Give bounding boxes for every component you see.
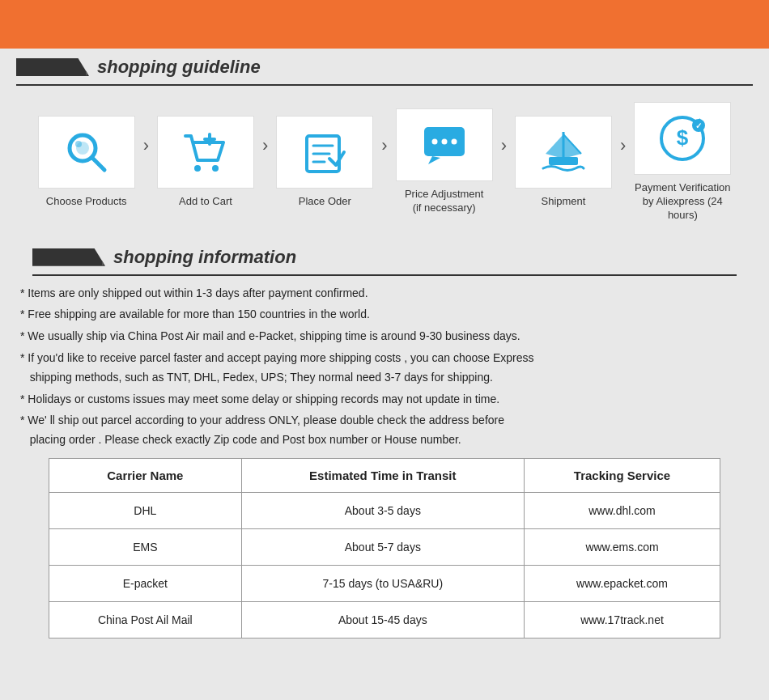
guideline-divider [16, 84, 753, 86]
carrier-epacket: E-packet [49, 566, 242, 602]
carrier-ems: EMS [49, 529, 242, 566]
time-epacket: 7-15 days (to USA&RU) [241, 566, 524, 602]
svg-text:✓: ✓ [695, 121, 702, 130]
info-line-6: * We' ll ship out parcel according to yo… [20, 411, 753, 450]
arrow-2: › [262, 135, 268, 156]
table-header-row: Carrier Name Estimated Time in Transit T… [49, 459, 720, 493]
tracking-ems: www.ems.com [524, 529, 720, 566]
step-icon-box-place-order [276, 116, 373, 189]
guideline-title: shopping guideline [97, 57, 261, 78]
step-add-to-cart: Add to Cart [153, 116, 258, 209]
step-icon-box-add-to-cart [157, 116, 254, 189]
information-section: shopping information * Items are only sh… [0, 239, 769, 667]
table-row: E-packet 7-15 days (to USA&RU) www.epack… [49, 566, 720, 602]
tracking-dhl: www.dhl.com [524, 493, 720, 529]
step-payment-verification: $ ✓ Payment Verificationby Aliexpress (2… [630, 102, 735, 223]
svg-text:$: $ [677, 125, 689, 150]
col-estimated-time: Estimated Time in Transit [241, 459, 524, 493]
step-choose-products: Choose Products [34, 116, 139, 209]
step-label-payment-verification: Payment Verificationby Aliexpress (24 ho… [630, 181, 735, 223]
information-title-bar: shopping information [32, 239, 737, 274]
step-label-place-order: Place Oder [299, 195, 351, 209]
info-line-4: * If you'd like to receive parcel faster… [20, 349, 753, 388]
table-row: DHL About 3-5 days www.dhl.com [49, 493, 720, 529]
svg-point-14 [441, 139, 447, 145]
svg-line-1 [92, 158, 104, 170]
title-decoration [16, 58, 89, 76]
tracking-chinapost: www.17track.net [524, 602, 720, 638]
arrow-1: › [143, 135, 149, 156]
col-carrier-name: Carrier Name [49, 459, 242, 493]
arrow-3: › [381, 135, 387, 156]
col-tracking-service: Tracking Service [524, 459, 720, 493]
steps-row: Choose Products › Add to Cart › [0, 94, 769, 239]
time-chinapost: About 15-45 days [241, 602, 524, 638]
step-icon-box-price-adjustment [396, 108, 493, 181]
carrier-chinapost: China Post Ail Mail [49, 602, 242, 638]
cart-icon [181, 128, 230, 176]
information-divider [32, 274, 737, 276]
step-shipment: Shipment [511, 116, 616, 209]
carrier-dhl: DHL [49, 493, 242, 529]
search-icon [62, 128, 111, 176]
step-label-choose-products: Choose Products [46, 195, 127, 209]
step-icon-box-payment-verification: $ ✓ [634, 102, 731, 175]
step-icon-box-choose-products [38, 116, 135, 189]
svg-point-15 [451, 139, 457, 145]
info-title-decoration [32, 248, 105, 266]
svg-point-5 [212, 165, 219, 172]
svg-point-3 [75, 141, 82, 147]
tracking-epacket: www.epacket.com [524, 566, 720, 602]
time-ems: About 5-7 days [241, 529, 524, 566]
table-row: China Post Ail Mail About 15-45 days www… [49, 602, 720, 638]
time-dhl: About 3-5 days [241, 493, 524, 529]
payment-icon: $ ✓ [658, 114, 707, 163]
step-label-shipment: Shipment [542, 195, 586, 209]
info-line-5: * Holidays or customs issues may meet so… [20, 390, 753, 409]
arrow-4: › [501, 135, 507, 156]
info-text-block: * Items are only shipped out within 1-3 … [20, 284, 753, 450]
arrow-5: › [620, 135, 626, 156]
guideline-title-bar: shopping guideline [16, 49, 753, 84]
order-icon [300, 128, 349, 176]
svg-rect-16 [549, 157, 578, 165]
information-title: shopping information [113, 247, 296, 268]
info-line-1: * Items are only shipped out within 1-3 … [20, 284, 753, 303]
shipping-table-container: Carrier Name Estimated Time in Transit T… [49, 458, 720, 638]
ship-icon [539, 128, 588, 176]
svg-point-4 [194, 165, 201, 172]
shipping-table: Carrier Name Estimated Time in Transit T… [49, 458, 720, 638]
step-label-add-to-cart: Add to Cart [179, 195, 232, 209]
svg-point-13 [431, 139, 437, 145]
orange-header [0, 0, 769, 49]
table-row: EMS About 5-7 days www.ems.com [49, 529, 720, 566]
step-price-adjustment: Price Adjustment(if necessary) [392, 108, 497, 215]
guideline-section: shopping guideline Choose Products › [0, 49, 769, 239]
step-label-price-adjustment: Price Adjustment(if necessary) [405, 188, 484, 215]
step-place-order: Place Oder [272, 116, 377, 209]
info-line-2: * Free shipping are available for more t… [20, 305, 753, 325]
info-line-3: * We usually ship via China Post Air mai… [20, 327, 753, 346]
chat-icon [420, 121, 469, 169]
step-icon-box-shipment [515, 116, 612, 189]
